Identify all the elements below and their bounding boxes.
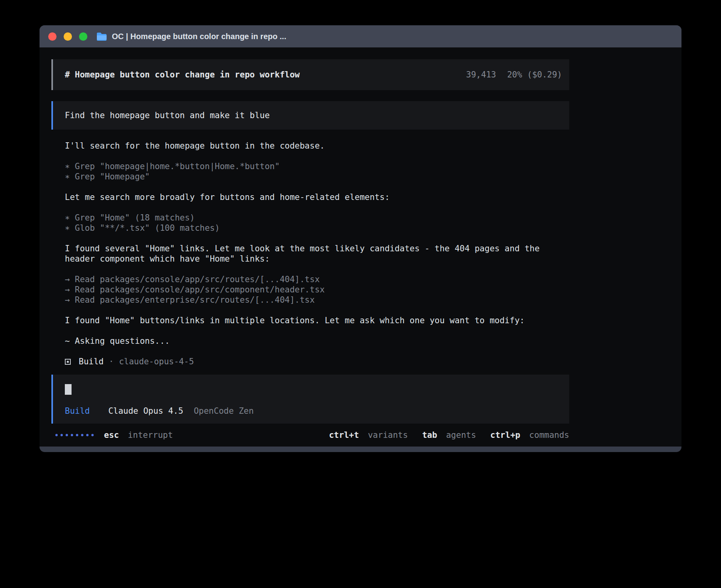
prompt-input[interactable]: Build Claude Opus 4.5 OpenCode Zen — [51, 375, 569, 424]
tool-call-line: ∗ Glob "**/*.tsx" (100 matches) — [65, 223, 568, 233]
statusbar-left: esc interrupt — [51, 430, 173, 440]
spinner-dots — [55, 434, 94, 436]
session-stats: 39,413 20% ($0.29) — [466, 70, 562, 79]
content-column: # Homepage button color change in repo w… — [51, 47, 569, 441]
text-cursor — [65, 384, 72, 395]
commands-hint: ctrl+p commands — [490, 430, 569, 440]
provider-label: OpenCode Zen — [194, 406, 254, 416]
terminal-body: # Homepage button color change in repo w… — [40, 47, 681, 447]
hint-key-tab: tab — [422, 430, 437, 440]
variants-hint: ctrl+t variants — [329, 430, 408, 440]
hint-label-commands: commands — [529, 430, 569, 440]
message-group: Let me search more broadly for buttons a… — [65, 192, 568, 202]
session-title: # Homepage button color change in repo w… — [65, 70, 300, 79]
hint-label-interrupt: interrupt — [128, 430, 173, 440]
hint-label-variants: variants — [368, 430, 408, 440]
message-group: I found several "Home" links. Let me loo… — [65, 243, 568, 264]
close-button[interactable] — [48, 32, 57, 41]
folder-icon — [96, 32, 107, 41]
mode-label: Build — [65, 406, 90, 416]
tool-call-line: ∗ Grep "Home" (18 matches) — [65, 213, 568, 223]
message-group: ∗ Grep "Home" (18 matches) ∗ Glob "**/*.… — [65, 213, 568, 233]
statusbar-right: ctrl+t variants tab agents ctrl+p comman… — [329, 430, 569, 440]
hint-key-ctrl-t: ctrl+t — [329, 430, 359, 440]
agent-model: claude-opus-4-5 — [119, 356, 194, 367]
spinner-dot — [60, 434, 63, 436]
user-message: Find the homepage button and make it blu… — [51, 101, 569, 130]
hint-key-esc: esc — [104, 430, 119, 440]
spinner-dot — [66, 434, 68, 436]
titlebar[interactable]: OC | Homepage button color change in rep… — [40, 25, 681, 47]
spinner-dot — [55, 434, 58, 436]
minimize-button[interactable] — [64, 32, 72, 41]
session-header: # Homepage button color change in repo w… — [51, 59, 569, 90]
assistant-text: I found "Home" buttons/links in multiple… — [65, 315, 568, 326]
agent-status-row: Build · claude-opus-4-5 — [65, 356, 568, 367]
spinner-dot — [71, 434, 73, 436]
tool-call-line: → Read packages/enterprise/src/routes/[.… — [65, 295, 568, 305]
tool-call-line: ∗ Grep "Homepage" — [65, 172, 568, 182]
tool-call-line: → Read packages/console/app/src/routes/[… — [65, 274, 568, 285]
agent-name: Build — [79, 356, 104, 367]
assistant-text: I found several "Home" links. Let me loo… — [65, 243, 568, 264]
context-usage: 20% ($0.29) — [507, 70, 562, 79]
message-group: I'll search for the homepage button in t… — [65, 141, 568, 151]
statusbar: esc interrupt ctrl+t variants tab agents… — [51, 429, 569, 441]
window-title: OC | Homepage button color change in rep… — [112, 32, 286, 41]
traffic-lights — [48, 32, 87, 41]
model-row: Build Claude Opus 4.5 OpenCode Zen — [65, 406, 557, 416]
spinner-dot — [91, 434, 94, 436]
token-count: 39,413 — [466, 70, 496, 79]
spinner-dot — [86, 434, 89, 436]
chat-transcript: I'll search for the homepage button in t… — [51, 141, 568, 367]
spinner-dot — [76, 434, 78, 436]
zoom-button[interactable] — [79, 32, 87, 41]
tool-call-line: ∗ Grep "homepage|home.*button|Home.*butt… — [65, 161, 568, 172]
message-group: ∗ Grep "homepage|home.*button|Home.*butt… — [65, 161, 568, 182]
user-message-text: Find the homepage button and make it blu… — [65, 111, 270, 120]
terminal-window: OC | Homepage button color change in rep… — [40, 25, 681, 452]
working-status-text: ~ Asking questions... — [65, 336, 568, 346]
tool-call-line: → Read packages/console/app/src/componen… — [65, 285, 568, 295]
message-group: → Read packages/console/app/src/routes/[… — [65, 274, 568, 305]
hint-key-ctrl-p: ctrl+p — [490, 430, 520, 440]
assistant-text: I'll search for the homepage button in t… — [65, 141, 568, 151]
message-group: I found "Home" buttons/links in multiple… — [65, 315, 568, 326]
hint-label-agents: agents — [446, 430, 476, 440]
interrupt-hint: esc interrupt — [104, 430, 173, 440]
spinner-dot — [81, 434, 83, 436]
message-group: ~ Asking questions... — [65, 336, 568, 346]
agent-separator: · — [109, 356, 114, 367]
agents-hint: tab agents — [422, 430, 476, 440]
assistant-text: Let me search more broadly for buttons a… — [65, 192, 568, 202]
agent-icon — [65, 359, 71, 365]
model-label: Claude Opus 4.5 — [108, 406, 183, 416]
